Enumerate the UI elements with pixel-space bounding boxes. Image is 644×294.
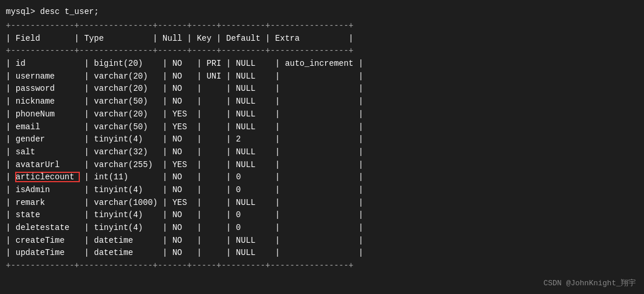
watermark: CSDN @JohnKnight_翔宇 [543,278,636,288]
table-row: | salt | varchar(32) | NO | | NULL | | [6,146,638,159]
table-row: | avatarUrl | varchar(255) | YES | | NUL… [6,159,638,172]
table-row: | gender | tinyint(4) | NO | | 2 | | [6,133,638,146]
table-row: | nickname | varchar(50) | NO | | NULL |… [6,95,638,108]
prompt-line: mysql> desc t_user; [0,5,644,20]
table-row: | updateTime | datetime | NO | | NULL | … [6,247,638,260]
terminal-window: mysql> desc t_user; +-------------+-----… [0,0,644,294]
table-header: | Field | Type | Null | Key | Default | … [6,33,638,45]
table-row: | username | varchar(20) | NO | UNI | NU… [6,70,638,83]
table-row: | state | tinyint(4) | NO | | 0 | | [6,209,638,222]
divider-mid: +-------------+---------------+------+--… [6,45,638,58]
table-row: | articlecount | int(11) | NO | | 0 | | [6,171,638,184]
highlighted-field: articlecount [16,172,79,182]
table-row: | password | varchar(20) | NO | | NULL |… [6,83,638,95]
divider-top: +-------------+---------------+------+--… [6,20,638,33]
table-row: | deletestate | tinyint(4) | NO | | 0 | … [6,222,638,235]
divider-bottom: +-------------+---------------+------+--… [6,260,638,272]
table-row: | isAdmin | tinyint(4) | NO | | 0 | | [6,184,638,197]
table-row: | phoneNum | varchar(20) | YES | | NULL … [6,108,638,121]
table-bottom: +-------------+---------------+------+--… [0,260,644,272]
table-container: +-------------+---------------+------+--… [0,20,644,58]
table-row: | email | varchar(50) | YES | | NULL | | [6,121,638,134]
table-row: | remark | varchar(1000) | YES | | NULL … [6,197,638,210]
table-row: | createTime | datetime | NO | | NULL | … [6,235,638,247]
table-row: | id | bigint(20) | NO | PRI | NULL | au… [6,58,638,70]
table-rows: | id | bigint(20) | NO | PRI | NULL | au… [0,58,644,260]
